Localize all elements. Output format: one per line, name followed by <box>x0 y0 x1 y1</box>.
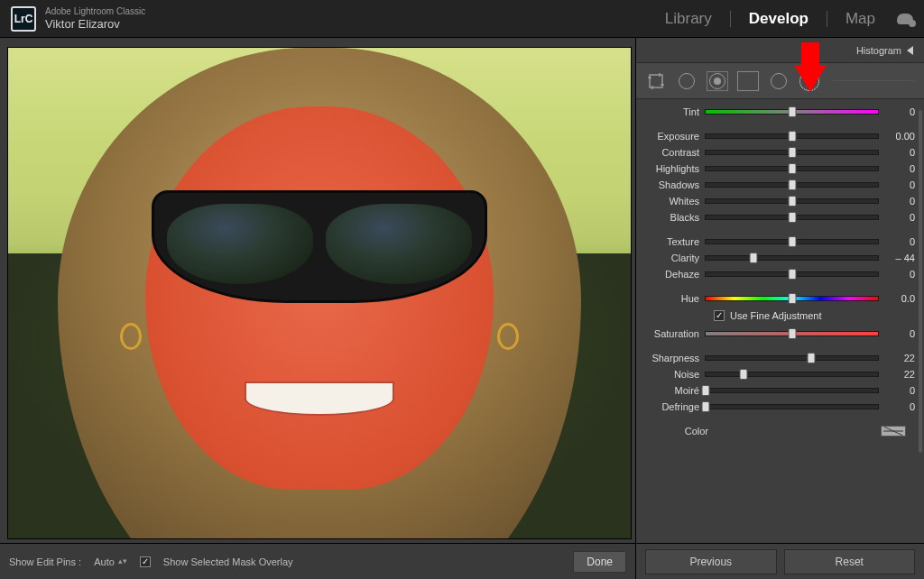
previous-button[interactable]: Previous <box>645 549 777 574</box>
graduated-filter-tool[interactable] <box>737 71 759 91</box>
slider-highlights[interactable]: Highlights 0 <box>642 161 915 176</box>
slider-value: 0 <box>884 179 915 190</box>
radial-filter-tool[interactable] <box>768 71 790 91</box>
slider-label: Contrast <box>642 147 699 158</box>
histogram-label: Histogram <box>856 45 901 56</box>
toolstrip-rule <box>833 80 915 81</box>
reset-button[interactable]: Reset <box>784 549 916 574</box>
module-map[interactable]: Map <box>844 10 877 28</box>
slider-track[interactable] <box>705 166 879 171</box>
branding: Adobe Lightroom Classic Viktor Elizarov <box>45 6 145 32</box>
slider-label: Hue <box>642 293 699 304</box>
slider-whites[interactable]: Whites 0 <box>642 193 915 208</box>
slider-sharpness[interactable]: Sharpness 22 <box>642 350 915 365</box>
collapse-icon[interactable] <box>907 46 913 55</box>
slider-track[interactable] <box>705 133 879 139</box>
slider-track[interactable] <box>705 296 879 301</box>
image-canvas[interactable] <box>7 47 632 539</box>
slider-value: 0 <box>884 385 915 396</box>
panel-bottom-buttons: Previous Reset <box>635 543 924 579</box>
slider-value: 0 <box>884 212 915 223</box>
slider-exposure[interactable]: Exposure 0.00 <box>642 128 915 143</box>
slider-track[interactable] <box>705 331 879 336</box>
overlay-checkbox-label[interactable]: Show Selected Mask Overlay <box>163 556 293 567</box>
module-divider <box>827 11 827 27</box>
chevron-updown-icon: ▴▾ <box>118 559 127 564</box>
slider-label: Dehaze <box>642 269 699 280</box>
slider-value: 0.00 <box>884 131 915 142</box>
slider-noise[interactable]: Noise 22 <box>642 366 915 381</box>
slider-shadows[interactable]: Shadows 0 <box>642 177 915 192</box>
spot-removal-tool[interactable] <box>676 71 698 91</box>
slider-texture[interactable]: Texture 0 <box>642 234 915 249</box>
photo-preview <box>8 48 631 538</box>
annotation-red-arrow <box>794 65 827 92</box>
slider-track[interactable] <box>705 198 879 204</box>
slider-defringe[interactable]: Defringe 0 <box>642 399 915 414</box>
fine-adjustment-checkbox[interactable]: ✓ Use Fine Adjustment <box>642 307 915 325</box>
slider-track[interactable] <box>705 255 879 261</box>
module-develop[interactable]: Develop <box>747 10 810 28</box>
module-library[interactable]: Library <box>663 10 714 28</box>
slider-tint[interactable]: Tint 0 <box>642 104 915 119</box>
show-edit-pins-select[interactable]: Show Edit Pins : Auto ▴▾ <box>9 556 127 567</box>
slider-value: 0 <box>884 196 915 207</box>
slider-contrast[interactable]: Contrast 0 <box>642 144 915 160</box>
top-bar: LrC Adobe Lightroom Classic Viktor Eliza… <box>0 0 924 38</box>
cloud-sync-icon[interactable] <box>897 14 913 24</box>
slider-hue[interactable]: Hue 0.0 <box>642 290 915 306</box>
slider-label: Sharpness <box>642 353 699 363</box>
toolbar-bottom: Show Edit Pins : Auto ▴▾ ✓ Show Selected… <box>0 543 635 579</box>
app-logo: LrC <box>11 6 36 32</box>
slider-value: 22 <box>884 353 915 363</box>
identity-plate: Viktor Elizarov <box>45 17 145 32</box>
slider-label: Blacks <box>642 212 699 223</box>
slider-track[interactable] <box>705 150 879 155</box>
slider-moire[interactable]: Moiré 0 <box>642 382 915 398</box>
slider-track[interactable] <box>705 388 879 393</box>
slider-label: Clarity <box>642 253 699 263</box>
slider-track[interactable] <box>705 404 879 409</box>
slider-value: 0 <box>884 401 915 412</box>
slider-track[interactable] <box>705 182 879 188</box>
slider-track[interactable] <box>705 109 879 115</box>
slider-saturation[interactable]: Saturation 0 <box>642 326 915 341</box>
canvas-area <box>0 38 635 543</box>
slider-clarity[interactable]: Clarity – 44 <box>642 250 915 265</box>
develop-right-panel: Histogram Tint 0 Exposure <box>635 38 924 543</box>
module-divider <box>730 11 731 27</box>
checkbox-icon[interactable]: ✓ <box>714 310 725 321</box>
slider-track[interactable] <box>705 372 879 377</box>
slider-value: 22 <box>884 369 915 380</box>
slider-dehaze[interactable]: Dehaze 0 <box>642 266 915 281</box>
slider-track[interactable] <box>705 215 879 220</box>
slider-blacks[interactable]: Blacks 0 <box>642 209 915 225</box>
slider-label: Texture <box>642 236 699 247</box>
pins-value: Auto <box>94 556 115 567</box>
slider-label: Defringe <box>642 401 699 412</box>
slider-value: 0 <box>884 163 915 174</box>
color-label: Color <box>651 426 708 437</box>
redeye-tool[interactable] <box>707 71 728 91</box>
slider-label: Whites <box>642 196 699 207</box>
slider-label: Highlights <box>642 163 699 174</box>
slider-track[interactable] <box>705 239 879 244</box>
slider-label: Exposure <box>642 131 699 142</box>
module-picker: Library Develop Map <box>663 10 913 28</box>
slider-track[interactable] <box>705 355 879 361</box>
slider-label: Saturation <box>642 328 699 339</box>
slider-label: Moiré <box>642 385 699 396</box>
panel-scrollbar[interactable] <box>919 110 922 453</box>
crop-tool[interactable] <box>645 71 667 91</box>
adjustment-sliders: Tint 0 Exposure 0.00 Contrast 0 Highligh… <box>636 99 924 444</box>
slider-track[interactable] <box>705 271 879 277</box>
slider-value: 0 <box>884 328 915 339</box>
slider-value: 0.0 <box>884 293 915 304</box>
histogram-panel-header[interactable]: Histogram <box>636 38 924 63</box>
color-swatch-icon[interactable] <box>881 426 906 437</box>
local-adjustment-toolstrip <box>636 63 924 99</box>
done-button[interactable]: Done <box>573 551 626 573</box>
color-picker-row[interactable]: Color <box>642 422 915 440</box>
overlay-checkbox-icon[interactable]: ✓ <box>140 556 151 567</box>
slider-value: 0 <box>884 147 915 158</box>
